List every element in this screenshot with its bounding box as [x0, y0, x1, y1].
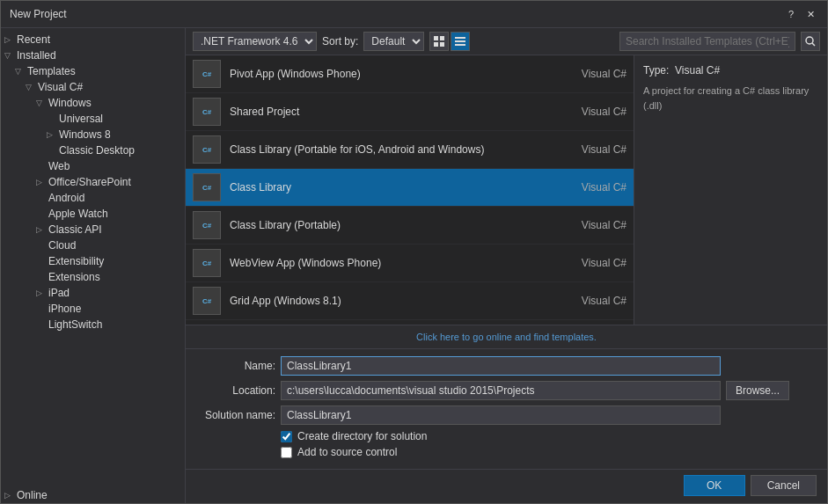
tree-label: Office/SharePoint: [48, 176, 131, 188]
close-button[interactable]: ✕: [802, 6, 818, 22]
view-toggle: [429, 32, 470, 51]
cancel-button[interactable]: Cancel: [751, 475, 817, 496]
tree-item-ipad[interactable]: ▷ iPad: [1, 285, 185, 301]
search-button[interactable]: [801, 32, 820, 51]
tree-item-apple-watch[interactable]: Apple Watch: [1, 206, 185, 222]
tree-label: LightSwitch: [48, 318, 102, 331]
tree-label: Android: [48, 192, 84, 204]
tree-item-extensions[interactable]: Extensions: [1, 269, 185, 285]
arrow-icon: [36, 194, 45, 202]
tree-item-classic-api[interactable]: ▷ Classic API: [1, 222, 185, 237]
right-side: .NET Framework 4.6 Sort by: Default: [186, 28, 827, 503]
arrow-icon: ▷: [36, 289, 45, 297]
tree-label: Windows: [48, 97, 92, 109]
create-dir-checkbox[interactable]: [281, 431, 292, 442]
template-lang: Visual C#: [556, 181, 626, 194]
tree-item-visual-cs[interactable]: ▽ Visual C#: [1, 79, 185, 95]
template-lang: Visual C#: [556, 257, 626, 269]
tree-label: Extensions: [48, 271, 100, 283]
tree-item-lightswitch[interactable]: LightSwitch: [1, 317, 185, 332]
sort-select[interactable]: Default: [363, 32, 424, 51]
tree-item-installed[interactable]: ▽ Installed: [1, 47, 185, 63]
tree-item-online[interactable]: ▷ Online: [1, 487, 185, 503]
arrow-icon: ▷: [47, 130, 55, 139]
tree-item-universal[interactable]: Universal: [1, 111, 185, 127]
template-item[interactable]: C# Pivot App (Windows Phone) Visual C#: [186, 55, 634, 93]
templates-list-wrap: C# Pivot App (Windows Phone) Visual C# C…: [186, 55, 634, 325]
tree-label: Online: [17, 489, 48, 501]
tree-item-classic-desktop[interactable]: Classic Desktop: [1, 142, 185, 158]
svg-rect-3: [440, 42, 444, 47]
svg-rect-1: [440, 36, 444, 40]
tree-label: Windows 8: [59, 128, 111, 141]
add-source-checkbox[interactable]: [281, 447, 292, 458]
location-input[interactable]: [281, 381, 721, 400]
arrow-icon: [36, 241, 45, 250]
tree-item-templates[interactable]: ▽ Templates: [1, 63, 185, 79]
arrow-icon: ▷: [4, 491, 13, 500]
title-bar-right: ? ✕: [783, 6, 818, 22]
create-dir-row: Create directory for solution: [196, 430, 817, 442]
template-name: Class Library (Portable): [230, 219, 547, 231]
tree-label: iPad: [48, 287, 70, 299]
svg-rect-6: [455, 44, 465, 46]
tree-label: Cloud: [48, 239, 76, 252]
template-item-selected[interactable]: C# Class Library Visual C#: [186, 169, 634, 207]
arrow-icon: ▷: [36, 178, 45, 186]
svg-rect-5: [455, 40, 465, 42]
tree-item-recent[interactable]: ▷ Recent: [1, 32, 185, 47]
tree-label: Extensibility: [48, 255, 104, 267]
solution-input[interactable]: [281, 405, 721, 425]
template-item[interactable]: C# Class Library (Portable) Visual C#: [186, 207, 634, 245]
list-view-button[interactable]: [451, 32, 470, 51]
name-row: Name:: [196, 356, 817, 376]
template-item[interactable]: C# WebView App (Windows Phone) Visual C#: [186, 245, 634, 282]
help-button[interactable]: ?: [783, 6, 799, 22]
list-icon: [455, 36, 465, 47]
info-panel: Type: Visual C# A project for creating a…: [634, 55, 827, 325]
add-source-row: Add to source control: [196, 446, 817, 458]
browse-button[interactable]: Browse...: [726, 381, 789, 400]
tree-item-web[interactable]: Web: [1, 158, 185, 174]
template-lang: Visual C#: [556, 143, 626, 156]
arrow-icon: ▷: [36, 225, 45, 234]
sort-label: Sort by:: [322, 35, 358, 47]
template-item[interactable]: C# Class Library (Portable for iOS, Andr…: [186, 131, 634, 169]
template-lang: Visual C#: [556, 295, 626, 307]
grid-icon: [434, 36, 444, 47]
name-input[interactable]: [281, 356, 721, 376]
grid-view-button[interactable]: [429, 32, 449, 51]
search-input[interactable]: [619, 32, 795, 51]
template-name: Grid App (Windows 8.1): [230, 295, 547, 307]
add-source-label[interactable]: Add to source control: [297, 446, 397, 458]
tree-label: Templates: [27, 65, 76, 77]
tree-item-windows8[interactable]: ▷ Windows 8: [1, 127, 185, 142]
tree-item-windows[interactable]: ▽ Windows: [1, 95, 185, 111]
bottom-section: Name: Location: Browse... Solution name:…: [186, 348, 827, 469]
tree-label: Apple Watch: [48, 208, 108, 220]
online-templates-link[interactable]: Click here to go online and find templat…: [416, 332, 597, 342]
arrow-icon: ▽: [15, 67, 24, 76]
tree-item-extensibility[interactable]: Extensibility: [1, 253, 185, 269]
framework-select[interactable]: .NET Framework 4.6: [193, 32, 317, 51]
template-item[interactable]: C# Shared Project Visual C#: [186, 93, 634, 131]
template-item[interactable]: C# Grid App (Windows 8.1) Visual C#: [186, 282, 634, 320]
templates-area: C# Pivot App (Windows Phone) Visual C# C…: [186, 55, 827, 325]
info-type: Type: Visual C#: [643, 64, 818, 77]
template-name: WebView App (Windows Phone): [230, 257, 547, 269]
tree-item-iphone[interactable]: iPhone: [1, 301, 185, 317]
create-dir-label[interactable]: Create directory for solution: [297, 430, 427, 442]
svg-rect-2: [434, 42, 438, 47]
arrow-icon: [47, 146, 55, 155]
tree-item-android[interactable]: Android: [1, 190, 185, 206]
template-lang: Visual C#: [556, 68, 626, 80]
tree-item-cloud[interactable]: Cloud: [1, 237, 185, 253]
tree-item-office-sharepoint[interactable]: ▷ Office/SharePoint: [1, 174, 185, 190]
tree-label: Recent: [17, 33, 50, 46]
template-name: Class Library: [230, 181, 547, 194]
tree-label: Universal: [59, 113, 103, 125]
tree-label: Installed: [17, 49, 56, 62]
action-row: OK Cancel: [186, 469, 827, 503]
name-label: Name:: [196, 360, 275, 372]
ok-button[interactable]: OK: [684, 475, 745, 496]
